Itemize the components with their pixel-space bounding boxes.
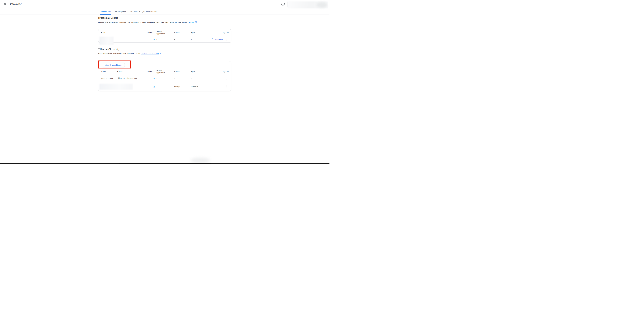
datasources-page: Datakällor ? Produktkällor Kampanjkällor…: [0, 0, 330, 164]
col-header-actions: Åtgärder: [207, 31, 229, 33]
section-found-by-google: Hittades av Google Google hittar automat…: [98, 16, 231, 19]
table-row: 0 - - - Uppdatera: [98, 36, 231, 43]
help-icon: ?: [282, 2, 285, 6]
active-tab-indicator: [100, 14, 111, 14]
row-actions-menu-button[interactable]: [226, 84, 228, 89]
languages-cell: Svenska: [190, 86, 207, 88]
external-link-icon: [160, 53, 162, 55]
col-header-last-updated: Senast uppdaterad: [154, 30, 174, 35]
col-header-last-updated: Senast uppdaterad: [154, 69, 174, 74]
col-header-languages: Språk: [190, 70, 207, 72]
table-row: Merchant Center Tillagt i Merchant Cente…: [98, 74, 231, 82]
source-cell: Tillagt i Merchant Center: [117, 77, 142, 79]
section-description: Google hittar automatiskt produkter i di…: [98, 21, 197, 24]
description-text: Google hittar automatiskt produkter i di…: [98, 21, 187, 23]
col-header-languages: Språk: [190, 31, 207, 33]
sort-ascending-icon: ↑: [122, 70, 123, 72]
kebab-icon: [226, 85, 227, 89]
kebab-icon: [226, 76, 227, 80]
update-label: Uppdatera: [214, 38, 223, 40]
row-actions-menu-button[interactable]: [226, 37, 228, 42]
col-header-label: Källa: [117, 70, 122, 72]
col-header-products: Produkter: [142, 70, 154, 72]
table-header-row: Namn Källa ↑ Produkter Senast uppdaterad…: [98, 69, 231, 74]
table-header-row: Källa Produkter Senast uppdaterad Länder…: [98, 29, 231, 36]
description-text: Produktdatakällor du har skickat till Me…: [98, 52, 140, 54]
bottom-smudge: [190, 158, 210, 163]
row-actions-menu-button[interactable]: [226, 76, 228, 81]
found-by-google-table: Källa Produkter Senast uppdaterad Länder…: [98, 29, 231, 43]
col-header-actions: Åtgärder: [207, 70, 229, 72]
last-updated-cell: -: [154, 38, 174, 40]
col-header-countries: Länder: [174, 70, 190, 72]
countries-cell: -: [174, 38, 190, 40]
languages-cell: -: [190, 38, 207, 40]
last-updated-cell: -: [154, 77, 174, 79]
screen-bottom-bar: [119, 163, 211, 164]
section-provided-by-you: Tillhandahålls av dig Produktdatakällor …: [98, 48, 231, 51]
products-count-link[interactable]: 0: [154, 38, 154, 40]
last-updated-cell: -: [154, 86, 174, 88]
countries-cell: -: [174, 77, 190, 79]
source-name-redacted: [100, 37, 114, 45]
update-button[interactable]: Uppdatera: [211, 38, 223, 41]
help-button[interactable]: ?: [281, 2, 285, 6]
close-button[interactable]: [3, 2, 7, 6]
section-description: Produktdatakällor du har skickat till Me…: [98, 52, 162, 55]
tab-sftp-gcs[interactable]: SFTP och Google Cloud Storage: [130, 8, 156, 14]
col-header-source: Källa: [101, 31, 142, 33]
kebab-icon: [226, 37, 227, 41]
close-icon: [3, 2, 7, 6]
tabs: Produktkällor Kampanjkällor SFTP och Goo…: [100, 8, 156, 14]
countries-cell: Sverige: [174, 86, 190, 88]
table-toolbar: Lägg till produktkälla: [98, 61, 231, 69]
tab-bar: Produktkällor Kampanjkällor SFTP och Goo…: [0, 8, 330, 15]
external-link-icon: [195, 22, 197, 24]
name-cell: Merchant Center: [101, 77, 117, 79]
col-header-name: Namn: [101, 70, 117, 72]
languages-cell: -: [190, 77, 207, 79]
section-heading: Hittades av Google: [98, 16, 231, 19]
col-header-source-sorted[interactable]: Källa ↑: [117, 70, 142, 72]
provided-by-you-table: Lägg till produktkälla Namn Källa ↑ Prod…: [98, 61, 231, 91]
tab-produktkallor[interactable]: Produktkällor: [100, 8, 111, 14]
col-header-products: Produkter: [142, 31, 154, 33]
section-heading: Tillhandahålls av dig: [98, 48, 231, 51]
appbar-divider: [287, 1, 288, 7]
tab-label: Kampanjkällor: [115, 10, 126, 12]
add-product-source-button[interactable]: Lägg till produktkälla: [102, 62, 125, 67]
tab-label: Produktkällor: [100, 10, 111, 12]
app-bar: Datakällor ?: [0, 0, 330, 8]
refresh-icon: [211, 38, 214, 41]
learn-more-link[interactable]: Läs mer: [188, 21, 194, 23]
source-name-redacted: [100, 84, 133, 90]
table-row: 0 - Sverige Svenska: [98, 82, 231, 91]
tab-kampanjkallor[interactable]: Kampanjkällor: [115, 8, 126, 14]
products-count-link[interactable]: 0: [154, 77, 154, 79]
products-count-link[interactable]: 0: [154, 86, 154, 88]
page-title: Datakällor: [9, 2, 22, 6]
col-header-countries: Länder: [174, 31, 190, 33]
learn-more-datasources-link[interactable]: Läs mer om datakällor: [141, 52, 159, 54]
tab-label: SFTP och Google Cloud Storage: [130, 10, 156, 12]
avatar-redacted: [316, 2, 327, 8]
